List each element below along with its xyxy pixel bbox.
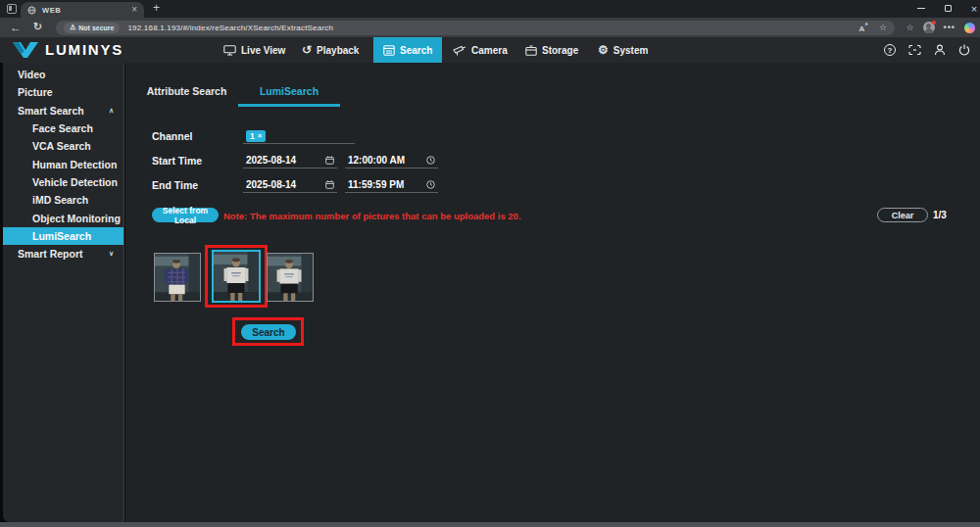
browser-tab[interactable]: WEB × — [21, 2, 144, 18]
favorite-star-icon[interactable]: ☆ — [879, 23, 887, 32]
monitor-icon — [223, 45, 236, 56]
copilot-icon[interactable] — [964, 23, 975, 33]
luminys-logo-icon — [12, 41, 39, 59]
tag-remove-icon[interactable]: × — [258, 131, 263, 140]
read-aloud-icon[interactable]: A∧ — [858, 23, 867, 33]
sidebar-item-human-detection[interactable]: Human Detection — [3, 155, 123, 172]
select-from-local-button[interactable]: Select from Local — [152, 208, 219, 222]
tab-title: WEB — [42, 6, 61, 15]
restore-icon — [945, 5, 952, 12]
sidebar-item-object-monitoring[interactable]: Object Monitoring — [3, 209, 123, 226]
search-doc-icon — [383, 45, 395, 56]
start-time-input[interactable]: 12:00:00 AM — [345, 153, 438, 168]
minimize-icon — [917, 8, 925, 9]
tab-actions-icon[interactable] — [7, 4, 17, 14]
uploaded-picture-thumbnail-selected[interactable] — [212, 250, 261, 303]
gear-icon: ⚙ — [598, 44, 609, 56]
nav-label: System — [613, 45, 649, 56]
browser-toolbar: ← ↻ ⚠ Not secure 192.168.1.193/#/index/r… — [0, 18, 980, 37]
new-tab-button[interactable]: + — [153, 1, 160, 15]
help-icon[interactable]: ? — [884, 44, 896, 56]
clear-button[interactable]: Clear — [877, 208, 928, 222]
upload-note: Note: The maximum number of pictures tha… — [223, 211, 521, 221]
url-text[interactable]: 192.168.1.193/#/index/reSearch/XSearch/E… — [127, 24, 333, 32]
tab-close-icon[interactable]: × — [131, 5, 137, 15]
back-icon[interactable]: ← — [10, 21, 22, 34]
search-button[interactable]: Search — [241, 324, 296, 340]
sidebar-item-lumisearch[interactable]: LumiSearch — [3, 227, 123, 245]
window-close-button[interactable]: × — [961, 0, 980, 17]
nav-system[interactable]: ⚙ System — [598, 37, 648, 63]
power-icon[interactable] — [958, 44, 970, 56]
sidebar-item-imd-search[interactable]: iMD Search — [3, 191, 123, 209]
globe-icon — [27, 6, 36, 15]
nav-label: Camera — [471, 45, 508, 56]
sidebar-item-face-search[interactable]: Face Search — [3, 120, 123, 137]
uploaded-picture-thumbnail[interactable] — [154, 253, 201, 302]
sidebar: Video Picture Smart Search ∧ Face Search… — [3, 63, 124, 522]
nav-camera[interactable]: Camera — [453, 37, 508, 63]
fullscreen-icon[interactable] — [908, 44, 921, 56]
playback-icon: ↺ — [302, 44, 312, 56]
nav-label: Search — [400, 45, 432, 56]
sidebar-item-picture[interactable]: Picture — [3, 83, 123, 101]
person-photo — [214, 252, 259, 301]
sidebar-item-vehicle-detection[interactable]: Vehicle Detection — [3, 173, 123, 191]
channel-tag-value: 1 — [250, 131, 255, 141]
screen: WEB × + × ← ↻ ⚠ Not secure 192.168.1.193… — [0, 0, 980, 527]
sidebar-item-smart-report[interactable]: Smart Report ∨ — [3, 245, 123, 263]
address-bar[interactable]: ⚠ Not secure 192.168.1.193/#/index/reSea… — [56, 21, 895, 35]
header-utility-icons: ? — [884, 37, 970, 63]
notification-dot — [932, 21, 936, 24]
storage-icon — [525, 45, 537, 56]
user-icon[interactable] — [934, 44, 946, 56]
channel-tag[interactable]: 1 × — [246, 130, 266, 142]
security-badge-label: Not secure — [78, 24, 114, 31]
window-minimize-button[interactable] — [908, 0, 934, 17]
person-photo — [268, 254, 313, 301]
sidebar-item-vca-search[interactable]: VCA Search — [3, 137, 123, 155]
uploaded-picture-thumbnail[interactable] — [267, 253, 314, 302]
active-tab-underline — [238, 104, 340, 107]
nav-storage[interactable]: Storage — [525, 37, 578, 63]
main-content: Attribute Search LumiSearch Channel 1 × … — [125, 63, 980, 522]
nav-label: Live View — [241, 45, 285, 56]
page-indicator: 1/3 — [933, 210, 947, 220]
toolbar-right-icons: ☆ ••• — [906, 20, 975, 35]
window-bottom-edge — [0, 522, 980, 527]
security-badge[interactable]: ⚠ Not secure — [64, 23, 120, 33]
chevron-down-icon: ∨ — [109, 250, 114, 258]
start-date-input[interactable]: 2025-08-14 — [243, 153, 337, 168]
end-date-input[interactable]: 2025-08-14 — [243, 177, 337, 193]
chevron-up-icon: ∧ — [109, 107, 114, 115]
refresh-icon[interactable]: ↻ — [33, 21, 42, 33]
browser-tab-strip: WEB × + × — [0, 0, 980, 18]
end-time-label: End Time — [152, 179, 198, 191]
nav-label: Playback — [317, 45, 359, 56]
warning-icon: ⚠ — [70, 24, 75, 31]
channel-input[interactable]: 1 × — [243, 128, 355, 144]
brand-name: LUMINYS — [45, 41, 123, 58]
tab-attribute-search[interactable]: Attribute Search — [135, 82, 238, 100]
browser-menu-icon[interactable]: ••• — [944, 23, 956, 32]
profile-avatar[interactable] — [923, 22, 935, 33]
camera-icon — [453, 45, 466, 56]
collections-star-icon[interactable]: ☆ — [906, 23, 913, 32]
end-time-input[interactable]: 11:59:59 PM — [345, 177, 438, 193]
nav-playback[interactable]: ↺ Playback — [302, 37, 359, 63]
sidebar-item-video[interactable]: Video — [3, 66, 123, 83]
channel-label: Channel — [152, 130, 192, 142]
calendar-icon — [325, 156, 334, 165]
person-photo — [155, 254, 200, 301]
nav-search[interactable]: Search — [373, 37, 442, 63]
sidebar-item-smart-search[interactable]: Smart Search ∧ — [3, 102, 123, 120]
nav-label: Storage — [542, 45, 578, 56]
calendar-icon — [325, 180, 334, 189]
window-restore-button[interactable] — [935, 0, 960, 17]
addressbar-actions: A∧ ☆ — [858, 23, 887, 33]
clock-icon — [426, 180, 435, 189]
nav-live-view[interactable]: Live View — [223, 37, 285, 63]
app-header: LUMINYS Live View ↺ Playback Search — [0, 37, 980, 63]
start-time-label: Start Time — [152, 155, 202, 167]
tab-lumisearch[interactable]: LumiSearch — [238, 82, 340, 100]
